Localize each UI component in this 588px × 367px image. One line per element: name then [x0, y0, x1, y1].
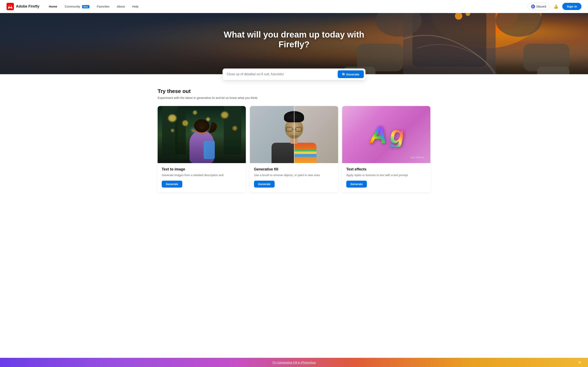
generate-button[interactable]: ⧉ Generate: [338, 70, 364, 78]
app-logo[interactable]: Adobe Firefly: [7, 3, 39, 10]
nav-actions: D Discord 🔔 Sign in: [527, 3, 581, 10]
section-subtitle: Experiment with the latest in generative…: [158, 96, 430, 100]
community-badge: New: [82, 5, 90, 8]
card-generate-button-generative-fill[interactable]: Generate: [254, 181, 275, 188]
cards-grid: 🦋: [158, 106, 430, 192]
card-body-text-effects: Text effects Apply styles or textures to…: [342, 163, 430, 192]
svg-rect-0: [7, 3, 14, 10]
card-desc-text-effects: Apply styles or textures to text with a …: [346, 173, 426, 177]
card-generative-fill[interactable]: Generative fill Use a brush to remove ob…: [250, 106, 338, 192]
card-body-generative-fill: Generative fill Use a brush to remove ob…: [250, 163, 338, 192]
signin-button[interactable]: Sign in: [562, 3, 581, 10]
card-image-generative-fill: [250, 106, 338, 163]
card-title-text-to-image: Text to image: [162, 167, 242, 171]
hero-title: What will you dream up today with Firefl…: [223, 30, 365, 50]
nav-links: Home Community New Favorites About Help: [46, 3, 527, 10]
card-body-text-to-image: Text to image Generate images from a det…: [158, 163, 246, 192]
card-generate-button-text-effects[interactable]: Generate: [346, 181, 367, 188]
app-name: Adobe Firefly: [16, 4, 39, 8]
card-title-generative-fill: Generative fill: [254, 167, 334, 171]
bell-icon: 🔔: [554, 4, 558, 9]
nav-home[interactable]: Home: [46, 3, 60, 10]
card-desc-generative-fill: Use a brush to remove objects, or paint …: [254, 173, 334, 177]
card-text-effects[interactable]: A g text effects Text effects Apply styl…: [342, 106, 430, 192]
adobe-icon: [7, 3, 14, 10]
card-generate-button-text-to-image[interactable]: Generate: [162, 181, 182, 188]
discord-icon: D: [531, 4, 535, 8]
nav-help[interactable]: Help: [129, 3, 141, 10]
prompt-input[interactable]: [227, 72, 338, 76]
navbar: Adobe Firefly Home Community New Favorit…: [0, 0, 588, 13]
card-image-text-effects: A g text effects: [342, 106, 430, 163]
nav-favorites[interactable]: Favorites: [94, 3, 112, 10]
nav-community[interactable]: Community New: [62, 3, 93, 10]
card-title-text-effects: Text effects: [346, 167, 426, 171]
search-container: ⧉ Generate: [0, 68, 588, 80]
nav-about[interactable]: About: [114, 3, 128, 10]
card-text-to-image[interactable]: 🦋: [158, 106, 246, 192]
notifications-button[interactable]: 🔔: [552, 3, 560, 10]
card-image-text-to-image: 🦋: [158, 106, 246, 163]
main-content: Try these out Experiment with the latest…: [151, 80, 437, 209]
discord-button[interactable]: D Discord: [527, 3, 550, 10]
hero-section: What will you dream up today with Firefl…: [0, 13, 588, 74]
card-desc-text-to-image: Generate images from a detailed descript…: [162, 173, 242, 177]
section-title: Try these out: [158, 88, 430, 94]
generate-icon: ⧉: [342, 72, 345, 76]
search-bar: ⧉ Generate: [223, 68, 365, 80]
